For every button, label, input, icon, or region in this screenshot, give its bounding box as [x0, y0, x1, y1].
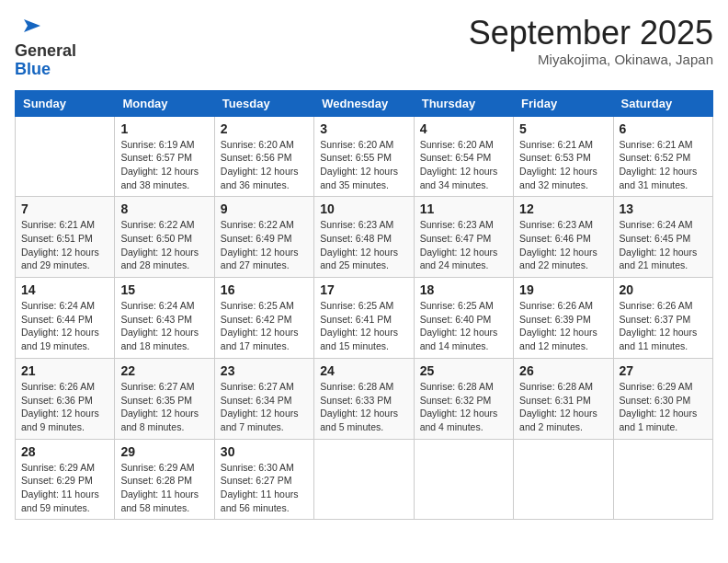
- day-info: Sunrise: 6:21 AM Sunset: 6:53 PM Dayligh…: [519, 138, 607, 192]
- day-info: Sunrise: 6:20 AM Sunset: 6:55 PM Dayligh…: [320, 138, 407, 192]
- calendar-cell: 4Sunrise: 6:20 AM Sunset: 6:54 PM Daylig…: [414, 116, 513, 197]
- day-number: 20: [620, 282, 707, 297]
- day-number: 27: [620, 363, 707, 378]
- calendar-cell: [613, 439, 712, 520]
- day-number: 22: [120, 363, 208, 378]
- logo-bird-icon: [15, 15, 42, 42]
- weekday-header-monday: Monday: [115, 90, 214, 116]
- calendar-cell: 7Sunrise: 6:21 AM Sunset: 6:51 PM Daylig…: [16, 197, 115, 278]
- calendar-cell: 24Sunrise: 6:28 AM Sunset: 6:33 PM Dayli…: [314, 358, 414, 439]
- day-number: 24: [320, 363, 407, 378]
- day-info: Sunrise: 6:29 AM Sunset: 6:28 PM Dayligh…: [120, 461, 208, 515]
- day-number: 8: [120, 201, 208, 216]
- calendar-cell: 22Sunrise: 6:27 AM Sunset: 6:35 PM Dayli…: [115, 358, 214, 439]
- calendar-cell: 12Sunrise: 6:23 AM Sunset: 6:46 PM Dayli…: [514, 197, 613, 278]
- weekday-header-row: SundayMondayTuesdayWednesdayThursdayFrid…: [16, 90, 713, 116]
- calendar-week-5: 28Sunrise: 6:29 AM Sunset: 6:29 PM Dayli…: [16, 439, 713, 520]
- calendar-cell: [414, 439, 513, 520]
- calendar-cell: [314, 439, 414, 520]
- calendar-cell: 29Sunrise: 6:29 AM Sunset: 6:28 PM Dayli…: [115, 439, 214, 520]
- logo: GeneralBlue: [15, 15, 76, 79]
- day-number: 16: [221, 282, 308, 297]
- day-number: 19: [519, 282, 607, 297]
- day-number: 4: [420, 121, 507, 136]
- day-number: 21: [21, 363, 108, 378]
- calendar-cell: [514, 439, 613, 520]
- day-info: Sunrise: 6:25 AM Sunset: 6:41 PM Dayligh…: [320, 299, 407, 353]
- day-number: 23: [221, 363, 308, 378]
- day-info: Sunrise: 6:22 AM Sunset: 6:49 PM Dayligh…: [221, 218, 308, 272]
- day-number: 3: [320, 121, 407, 136]
- calendar-cell: 9Sunrise: 6:22 AM Sunset: 6:49 PM Daylig…: [214, 197, 313, 278]
- calendar-cell: 20Sunrise: 6:26 AM Sunset: 6:37 PM Dayli…: [613, 278, 712, 359]
- calendar-cell: 30Sunrise: 6:30 AM Sunset: 6:27 PM Dayli…: [214, 439, 313, 520]
- day-info: Sunrise: 6:24 AM Sunset: 6:45 PM Dayligh…: [620, 218, 707, 272]
- weekday-header-thursday: Thursday: [414, 90, 513, 116]
- day-info: Sunrise: 6:22 AM Sunset: 6:50 PM Dayligh…: [120, 218, 208, 272]
- calendar-cell: 3Sunrise: 6:20 AM Sunset: 6:55 PM Daylig…: [314, 116, 414, 197]
- calendar-week-3: 14Sunrise: 6:24 AM Sunset: 6:44 PM Dayli…: [16, 278, 713, 359]
- calendar-cell: [16, 116, 115, 197]
- day-number: 7: [21, 201, 108, 216]
- day-info: Sunrise: 6:23 AM Sunset: 6:47 PM Dayligh…: [420, 218, 507, 272]
- svg-marker-0: [24, 19, 40, 32]
- calendar-cell: 10Sunrise: 6:23 AM Sunset: 6:48 PM Dayli…: [314, 197, 414, 278]
- day-number: 12: [519, 201, 607, 216]
- calendar-cell: 13Sunrise: 6:24 AM Sunset: 6:45 PM Dayli…: [613, 197, 712, 278]
- day-info: Sunrise: 6:23 AM Sunset: 6:46 PM Dayligh…: [519, 218, 607, 272]
- day-info: Sunrise: 6:20 AM Sunset: 6:56 PM Dayligh…: [221, 138, 308, 192]
- day-number: 28: [21, 444, 108, 459]
- day-info: Sunrise: 6:19 AM Sunset: 6:57 PM Dayligh…: [120, 138, 208, 192]
- day-info: Sunrise: 6:24 AM Sunset: 6:44 PM Dayligh…: [21, 299, 108, 353]
- day-number: 5: [519, 121, 607, 136]
- calendar-cell: 8Sunrise: 6:22 AM Sunset: 6:50 PM Daylig…: [115, 197, 214, 278]
- calendar-cell: 6Sunrise: 6:21 AM Sunset: 6:52 PM Daylig…: [613, 116, 712, 197]
- calendar-cell: 21Sunrise: 6:26 AM Sunset: 6:36 PM Dayli…: [16, 358, 115, 439]
- day-info: Sunrise: 6:25 AM Sunset: 6:42 PM Dayligh…: [221, 299, 308, 353]
- day-info: Sunrise: 6:28 AM Sunset: 6:33 PM Dayligh…: [320, 380, 407, 434]
- calendar-cell: 15Sunrise: 6:24 AM Sunset: 6:43 PM Dayli…: [115, 278, 214, 359]
- day-number: 10: [320, 201, 407, 216]
- day-info: Sunrise: 6:27 AM Sunset: 6:35 PM Dayligh…: [120, 380, 208, 434]
- weekday-header-saturday: Saturday: [613, 90, 712, 116]
- day-number: 29: [120, 444, 208, 459]
- day-number: 17: [320, 282, 407, 297]
- day-number: 2: [221, 121, 308, 136]
- day-info: Sunrise: 6:23 AM Sunset: 6:48 PM Dayligh…: [320, 218, 407, 272]
- calendar-week-1: 1Sunrise: 6:19 AM Sunset: 6:57 PM Daylig…: [16, 116, 713, 197]
- calendar-cell: 14Sunrise: 6:24 AM Sunset: 6:44 PM Dayli…: [16, 278, 115, 359]
- calendar-cell: 23Sunrise: 6:27 AM Sunset: 6:34 PM Dayli…: [214, 358, 313, 439]
- day-number: 15: [120, 282, 208, 297]
- day-info: Sunrise: 6:26 AM Sunset: 6:36 PM Dayligh…: [21, 380, 108, 434]
- day-number: 14: [21, 282, 108, 297]
- calendar-week-2: 7Sunrise: 6:21 AM Sunset: 6:51 PM Daylig…: [16, 197, 713, 278]
- day-number: 1: [120, 121, 208, 136]
- weekday-header-sunday: Sunday: [16, 90, 115, 116]
- day-info: Sunrise: 6:25 AM Sunset: 6:40 PM Dayligh…: [420, 299, 507, 353]
- calendar-cell: 2Sunrise: 6:20 AM Sunset: 6:56 PM Daylig…: [214, 116, 313, 197]
- day-info: Sunrise: 6:28 AM Sunset: 6:32 PM Dayligh…: [420, 380, 507, 434]
- calendar-cell: 27Sunrise: 6:29 AM Sunset: 6:30 PM Dayli…: [613, 358, 712, 439]
- page-header: GeneralBlue September 2025 Miyakojima, O…: [15, 15, 713, 79]
- weekday-header-friday: Friday: [514, 90, 613, 116]
- day-number: 26: [519, 363, 607, 378]
- day-info: Sunrise: 6:27 AM Sunset: 6:34 PM Dayligh…: [221, 380, 308, 434]
- day-info: Sunrise: 6:24 AM Sunset: 6:43 PM Dayligh…: [120, 299, 208, 353]
- day-info: Sunrise: 6:20 AM Sunset: 6:54 PM Dayligh…: [420, 138, 507, 192]
- calendar-cell: 19Sunrise: 6:26 AM Sunset: 6:39 PM Dayli…: [514, 278, 613, 359]
- calendar-cell: 26Sunrise: 6:28 AM Sunset: 6:31 PM Dayli…: [514, 358, 613, 439]
- day-number: 9: [221, 201, 308, 216]
- day-number: 18: [420, 282, 507, 297]
- month-title: September 2025: [469, 15, 713, 52]
- calendar-table: SundayMondayTuesdayWednesdayThursdayFrid…: [15, 90, 713, 521]
- calendar-cell: 5Sunrise: 6:21 AM Sunset: 6:53 PM Daylig…: [514, 116, 613, 197]
- day-info: Sunrise: 6:26 AM Sunset: 6:37 PM Dayligh…: [620, 299, 707, 353]
- day-info: Sunrise: 6:21 AM Sunset: 6:51 PM Dayligh…: [21, 218, 108, 272]
- day-info: Sunrise: 6:30 AM Sunset: 6:27 PM Dayligh…: [221, 461, 308, 515]
- day-info: Sunrise: 6:28 AM Sunset: 6:31 PM Dayligh…: [519, 380, 607, 434]
- weekday-header-tuesday: Tuesday: [214, 90, 313, 116]
- location-title: Miyakojima, Okinawa, Japan: [469, 52, 713, 67]
- day-number: 6: [620, 121, 707, 136]
- calendar-cell: 16Sunrise: 6:25 AM Sunset: 6:42 PM Dayli…: [214, 278, 313, 359]
- calendar-cell: 11Sunrise: 6:23 AM Sunset: 6:47 PM Dayli…: [414, 197, 513, 278]
